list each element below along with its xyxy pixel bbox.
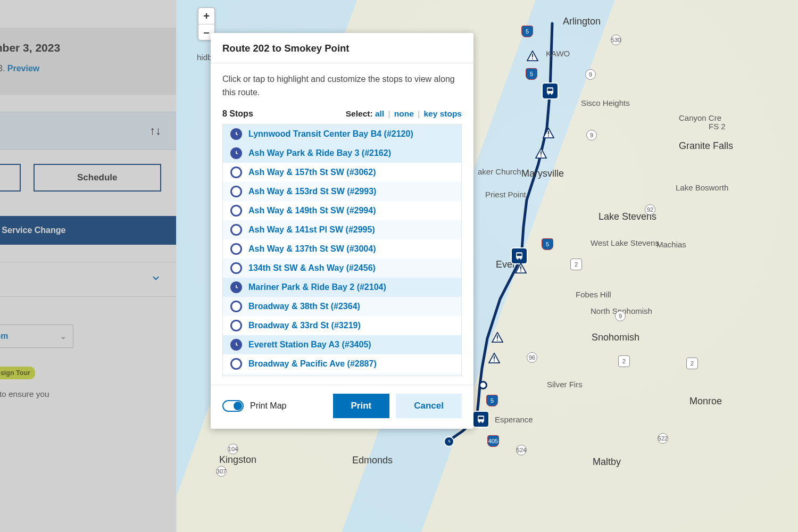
map-place-label: Machias <box>656 240 686 249</box>
stop-row[interactable]: Broadway & 33rd St (#3219) <box>223 316 461 335</box>
stop-count: 8 Stops <box>222 109 253 119</box>
route-header: ↑↓ <box>0 112 176 150</box>
map-place-label: Sisco Heights <box>581 98 630 107</box>
map-place-label: Marysville <box>521 168 564 179</box>
stop-row[interactable]: Broadway & 38th St (#2364) <box>223 297 461 316</box>
swap-direction-icon[interactable]: ↑↓ <box>149 124 161 138</box>
alert-marker-icon[interactable] <box>535 148 547 159</box>
timepoint-icon <box>230 281 242 293</box>
stop-row[interactable]: Lynnwood Transit Center Bay B4 (#2120) <box>223 124 461 144</box>
stop-circle-icon <box>230 262 242 274</box>
map-place-label: Fobes Hill <box>576 290 611 299</box>
bus-marker-icon[interactable] <box>542 82 559 99</box>
print-button[interactable]: Print <box>333 394 390 418</box>
svg-rect-21 <box>497 340 498 341</box>
map-place-label: West Lake Stevens <box>591 238 659 247</box>
map-place-label: Maltby <box>593 456 621 468</box>
cancel-button[interactable]: Cancel <box>396 394 462 418</box>
map-place-label: Silver Firs <box>547 380 583 389</box>
stop-row[interactable]: Everett Station Bay A3 (#3405) <box>223 335 461 354</box>
map-place-label: Priest Point <box>485 190 526 199</box>
arrive-early-tip: be at least five minutes early to ensure… <box>0 388 176 401</box>
stop-row[interactable]: Ash Way & 149th St SW (#2994) <box>223 201 461 220</box>
svg-rect-19 <box>520 271 521 272</box>
map-place-label: Canyon Cre <box>679 113 715 122</box>
stop-row[interactable]: Mariner Park & Ride Bay 2 (#2104) <box>223 278 461 297</box>
tab-schedule[interactable]: Schedule <box>34 164 162 192</box>
svg-point-7 <box>520 258 522 260</box>
tab-map[interactable] <box>0 164 21 192</box>
svg-rect-18 <box>520 266 521 269</box>
stop-name: Ash Way & 157th St SW (#3062) <box>248 168 376 177</box>
service-alert: nge starts on December 3, 2023 start on … <box>0 28 176 95</box>
svg-rect-1 <box>548 89 553 92</box>
alert-marker-icon[interactable] <box>527 51 538 61</box>
chevron-down-icon <box>151 273 161 284</box>
stop-name: Ash Way & 149th St SW (#2994) <box>248 206 376 215</box>
stop-name: Broadway & Pacific Ave (#2887) <box>248 359 377 369</box>
svg-rect-9 <box>479 417 484 420</box>
highway-shield-icon: 9 <box>585 69 596 80</box>
print-map-toggle[interactable] <box>222 400 244 412</box>
map-place-label: Granite Falls <box>679 140 715 152</box>
bus-marker-icon[interactable] <box>472 411 489 428</box>
stop-row[interactable]: 134th St SW & Ash Way (#2456) <box>223 259 461 278</box>
timepoint-marker-icon[interactable] <box>444 436 454 447</box>
zoom-in-button[interactable]: + <box>198 8 214 24</box>
preview-service-change-button[interactable]: ew Service Change <box>0 216 176 245</box>
stop-name: Ash Way Park & Ride Bay 3 (#2162) <box>248 148 391 158</box>
map-place-label: Snohomish <box>592 332 639 343</box>
highway-shield-icon: 5 <box>542 238 553 250</box>
alert-marker-icon[interactable] <box>488 353 500 363</box>
stop-name: Ash Way & 153rd St SW (#2993) <box>248 187 376 196</box>
accordion-row[interactable] <box>0 262 176 296</box>
stop-name: Everett Station Bay A3 (#3405) <box>248 340 371 350</box>
select-none-link[interactable]: none <box>394 109 414 118</box>
map-place-label: KAWO <box>546 49 570 58</box>
stop-row[interactable]: Ash Way & 137th St SW (#3004) <box>223 239 461 259</box>
alert-marker-icon[interactable] <box>543 128 554 138</box>
select-key-stops-link[interactable]: key stops <box>423 109 462 118</box>
control-select-view[interactable]: ⚙ Custom ⌄ <box>0 325 73 348</box>
route-stop-marker-icon[interactable] <box>479 381 487 389</box>
stop-name: Lynnwood Transit Center Bay B4 (#2120) <box>248 129 413 139</box>
stop-circle-icon <box>230 301 242 312</box>
svg-rect-15 <box>548 136 549 137</box>
control-label-view: View <box>0 311 73 320</box>
svg-point-6 <box>517 258 519 260</box>
map-place-label: Edmonds <box>352 455 393 466</box>
svg-rect-12 <box>532 54 533 57</box>
alert-marker-icon[interactable] <box>515 263 527 273</box>
highway-shield-icon: 9 <box>586 130 597 140</box>
highway-shield-icon: 92 <box>645 204 655 215</box>
stop-row[interactable]: Broadway & Pacific Ave (#2887) <box>223 354 461 373</box>
stop-circle-icon <box>230 320 242 331</box>
highway-shield-icon: 5 <box>486 395 498 406</box>
stop-circle-icon <box>230 167 242 178</box>
side-panel: nge starts on December 3, 2023 start on … <box>0 0 177 477</box>
stop-row[interactable]: Broadway & 14th St (#3218) <box>223 373 461 376</box>
highway-shield-icon: 530 <box>611 35 621 45</box>
map-place-label: Monroe <box>689 396 715 407</box>
highway-shield-icon: 307 <box>216 466 227 477</box>
print-map-toggle-label: Print Map <box>250 401 286 411</box>
stops-list[interactable]: Lynnwood Transit Center Bay B4 (#2120)As… <box>222 124 462 376</box>
stop-row[interactable]: Ash Way Park & Ride Bay 3 (#2162) <box>223 144 461 163</box>
alert-marker-icon[interactable] <box>492 332 503 343</box>
stop-row[interactable]: Ash Way & 153rd St SW (#2993) <box>223 182 461 201</box>
svg-rect-22 <box>494 356 495 359</box>
service-alert-preview-link[interactable]: Preview <box>7 64 39 73</box>
stop-row[interactable]: Ash Way & 141st Pl SW (#2995) <box>223 220 461 239</box>
timepoint-icon <box>230 128 242 140</box>
new-design-tour-pill[interactable]: New Design Tour <box>0 367 35 379</box>
map-place-label: Kingston <box>219 454 256 466</box>
stop-row[interactable]: Ash Way & 157th St SW (#3062) <box>223 163 461 182</box>
modal-title: Route 202 to Smokey Point <box>222 43 462 54</box>
svg-rect-16 <box>541 151 542 154</box>
highway-shield-icon: 524 <box>516 445 527 455</box>
stop-circle-icon <box>230 243 242 255</box>
stop-select-links: Select: all | none | key stops <box>346 109 462 119</box>
bus-marker-icon[interactable] <box>511 247 528 264</box>
highway-shield-icon: 9 <box>615 311 626 321</box>
select-all-link[interactable]: all <box>375 109 384 118</box>
